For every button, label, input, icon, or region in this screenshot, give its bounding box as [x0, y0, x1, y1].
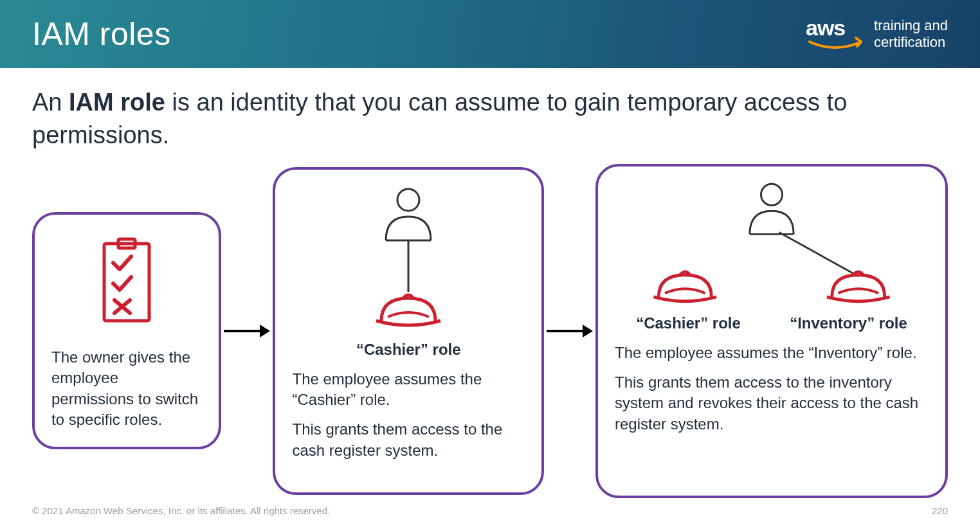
- person-hardhat-icon: [350, 186, 466, 334]
- arrow-right-icon: [544, 321, 595, 341]
- lead-prefix: An: [32, 89, 69, 116]
- box3-role-label-left: “Cashier” role: [636, 314, 741, 332]
- checklist-icon: [91, 237, 162, 327]
- svg-point-4: [397, 189, 419, 211]
- box3-p2: This grants them access to the inventory…: [615, 372, 929, 435]
- box1-paragraph: The owner gives the employee permissions…: [51, 347, 202, 431]
- aws-tagline: training and certification: [874, 17, 948, 51]
- diagram-row: The owner gives the employee permissions…: [32, 164, 948, 498]
- page-number: 220: [932, 505, 948, 516]
- person-two-hardhats-icon: [615, 179, 929, 308]
- box2-p2: This grants them access to the cash regi…: [292, 419, 525, 461]
- svg-line-10: [779, 232, 858, 276]
- box3-role-label-right: “Inventory” role: [790, 314, 907, 332]
- box3-text: The employee assumes the “Inventory” rol…: [615, 343, 929, 435]
- box2-p1: The employee assumes the “Cashier” role.: [292, 369, 525, 411]
- slide-content: An IAM role is an identity that you can …: [0, 68, 980, 498]
- svg-point-8: [761, 184, 782, 205]
- box-owner-permissions: The owner gives the employee permissions…: [32, 212, 221, 450]
- box3-role-labels: “Cashier” role “Inventory” role: [615, 310, 929, 332]
- slide-title: IAM roles: [32, 15, 171, 53]
- box-inventory-role: “Cashier” role “Inventory” role The empl…: [595, 164, 948, 498]
- lead-sentence: An IAM role is an identity that you can …: [32, 86, 948, 152]
- box-cashier-role: “Cashier” role The employee assumes the …: [273, 167, 544, 495]
- lead-bold: IAM role: [69, 89, 165, 116]
- arrow-2: [544, 321, 595, 341]
- arrow-right-icon: [221, 321, 273, 341]
- arrow-1: [221, 321, 273, 341]
- box2-text: The employee assumes the “Cashier” role.…: [292, 369, 525, 462]
- box1-text: The owner gives the employee permissions…: [51, 347, 202, 431]
- aws-logo-icon: aws: [806, 16, 865, 52]
- copyright-text: © 2021 Amazon Web Services, Inc. or its …: [32, 505, 330, 516]
- svg-text:aws: aws: [806, 16, 845, 40]
- aws-tagline-line1: training and: [874, 17, 948, 33]
- slide-header: IAM roles aws training and certification: [0, 0, 980, 68]
- slide-footer: © 2021 Amazon Web Services, Inc. or its …: [32, 505, 948, 516]
- aws-tagline-line2: certification: [874, 34, 945, 50]
- box2-role-label: “Cashier” role: [292, 341, 525, 359]
- box3-p1: The employee assumes the “Inventory” rol…: [615, 343, 929, 363]
- aws-logo-block: aws training and certification: [806, 16, 948, 52]
